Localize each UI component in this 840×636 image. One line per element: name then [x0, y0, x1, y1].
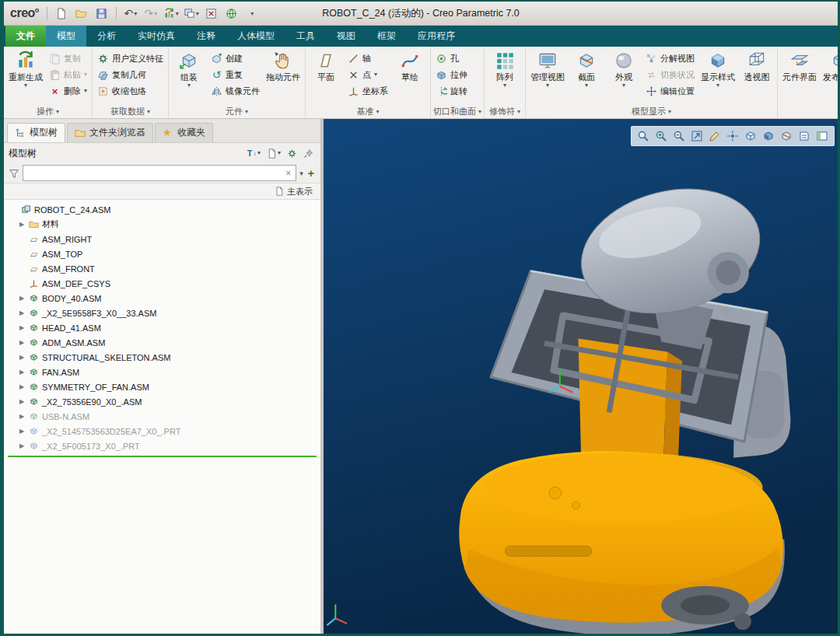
- tree-item-suppressed[interactable]: ▶USB-N.ASM: [4, 409, 320, 424]
- pattern-button[interactable]: 阵列 ▾: [487, 48, 523, 102]
- tree-filter-button[interactable]: T↓▾: [245, 147, 263, 159]
- exploded-view-button[interactable]: 分解视图: [643, 51, 697, 66]
- component-interface-button[interactable]: 元件界面: [780, 48, 819, 102]
- tab-folder-browser[interactable]: 文件夹浏览器: [67, 123, 153, 142]
- expand-arrow-icon[interactable]: ▶: [18, 324, 26, 331]
- display-style-toggle-button[interactable]: [761, 129, 775, 143]
- datum-point-button[interactable]: 点▾: [345, 67, 390, 82]
- zoom-window-button[interactable]: [636, 129, 650, 143]
- expand-arrow-icon[interactable]: ▶: [18, 339, 26, 346]
- insert-here-indicator[interactable]: [8, 456, 317, 457]
- regenerate-quick-button[interactable]: ▾: [162, 5, 180, 22]
- tab-model[interactable]: 模型: [46, 26, 86, 47]
- expand-arrow-icon[interactable]: ▶: [18, 221, 26, 228]
- section-button[interactable]: 截面 ▾: [569, 48, 604, 102]
- expand-arrow-icon[interactable]: ▶: [18, 383, 26, 390]
- switch-status-button[interactable]: 切换状况: [643, 67, 697, 82]
- group-label-operations[interactable]: 操作▾: [6, 105, 89, 118]
- expand-arrow-icon[interactable]: ▶: [18, 309, 26, 316]
- tab-manikin[interactable]: 人体模型: [226, 26, 285, 47]
- expand-arrow-icon[interactable]: ▶: [18, 428, 26, 435]
- open-button[interactable]: [72, 5, 91, 22]
- refit-button[interactable]: [690, 129, 704, 143]
- tab-favorites[interactable]: ★ 收藏夹: [155, 123, 213, 142]
- zoom-in-button[interactable]: [654, 129, 668, 143]
- group-label-component[interactable]: 元件▾: [171, 105, 303, 118]
- expand-arrow-icon[interactable]: ▶: [18, 354, 26, 361]
- extrude-button[interactable]: 拉伸: [433, 67, 470, 82]
- tree-item[interactable]: ▱ASM_FRONT: [4, 261, 320, 276]
- repaint-button[interactable]: [708, 129, 722, 143]
- tree-item[interactable]: ▶_X2_75356E90_X0_.ASM: [4, 394, 320, 409]
- manage-views-button[interactable]: 管理视图 ▾: [528, 48, 567, 102]
- clear-search-icon[interactable]: ×: [284, 168, 292, 179]
- tab-annotate[interactable]: 注释: [186, 26, 226, 47]
- tree-item[interactable]: ASM_DEF_CSYS: [4, 276, 320, 291]
- sketch-button[interactable]: 草绘: [392, 48, 428, 102]
- delete-button[interactable]: ×删除▾: [47, 83, 89, 99]
- save-button[interactable]: [93, 5, 111, 22]
- zoom-out-button[interactable]: [672, 129, 686, 143]
- tree-item[interactable]: ▶FAN.ASM: [4, 365, 320, 379]
- robot-3d-model[interactable]: [324, 119, 838, 634]
- create-component-button[interactable]: 创建: [208, 51, 262, 66]
- new-file-button[interactable]: [52, 5, 71, 22]
- tree-item[interactable]: ▶ADM_ASM.ASM: [4, 335, 320, 350]
- udf-button[interactable]: 用户定义特征: [95, 51, 166, 66]
- redo-button[interactable]: ↷▾: [142, 5, 160, 22]
- datum-csys-button[interactable]: 坐标系: [345, 83, 390, 99]
- graphics-viewport[interactable]: [324, 119, 838, 634]
- browser-button[interactable]: [222, 5, 241, 22]
- tree-item[interactable]: ▶材料: [4, 217, 320, 232]
- appearance-button[interactable]: 外观 ▾: [606, 48, 642, 102]
- repeat-button[interactable]: ↺重复: [208, 67, 262, 82]
- revolve-button[interactable]: 旋转: [433, 83, 470, 99]
- tab-file[interactable]: 文件: [5, 26, 46, 47]
- tab-analysis[interactable]: 分析: [86, 26, 127, 47]
- copy-geometry-button[interactable]: 复制几何: [95, 67, 166, 82]
- hole-button[interactable]: 孔: [433, 51, 470, 66]
- tree-item[interactable]: ▶BODY_40.ASM: [4, 291, 320, 306]
- tab-model-tree[interactable]: 模型树: [7, 123, 65, 142]
- add-filter-button[interactable]: +: [306, 167, 316, 180]
- group-label-cut-surface[interactable]: 切口和曲面▾: [433, 105, 481, 118]
- tree-search-input[interactable]: [26, 168, 284, 179]
- group-label-model-display[interactable]: 模型显示▾: [528, 105, 775, 118]
- paste-button[interactable]: 粘贴▾: [47, 67, 89, 82]
- tree-settings-button[interactable]: [285, 147, 299, 160]
- drag-components-button[interactable]: 拖动元件: [264, 48, 303, 102]
- spin-center-button[interactable]: [726, 129, 740, 143]
- customize-qat-button[interactable]: ▾: [243, 5, 261, 22]
- tree-item-suppressed[interactable]: ▶_X2_5F005173_X0_.PRT: [4, 439, 320, 453]
- expand-arrow-icon[interactable]: ▶: [18, 413, 26, 420]
- copy-button[interactable]: 复制: [47, 51, 89, 66]
- pin-panel-button[interactable]: [301, 147, 316, 160]
- assemble-button[interactable]: 组装 ▾: [171, 48, 207, 102]
- close-window-button[interactable]: [202, 5, 221, 22]
- graphics-toolbar-options-button[interactable]: [815, 129, 829, 143]
- saved-orientations-button[interactable]: [744, 129, 758, 143]
- mirror-component-button[interactable]: 镜像元件: [208, 83, 262, 99]
- tree-item[interactable]: ▶STRUCTURAL_SKELETON.ASM: [4, 350, 320, 365]
- expand-arrow-icon[interactable]: ▶: [18, 398, 26, 405]
- tree-item[interactable]: ▶_X2_5E9558F3_X0__33.ASM: [4, 306, 320, 320]
- tree-display-options-button[interactable]: ▾: [264, 147, 283, 160]
- datum-plane-button[interactable]: 平面: [308, 48, 344, 102]
- search-dropdown-caret[interactable]: ▾: [299, 169, 303, 177]
- shrinkwrap-button[interactable]: 收缩包络: [95, 83, 166, 99]
- expand-arrow-icon[interactable]: ▶: [18, 295, 26, 302]
- tree-item-root[interactable]: ROBOT_C_24.ASM: [4, 202, 320, 217]
- windows-button[interactable]: ▾: [182, 5, 201, 22]
- tree-item[interactable]: ▱ASM_TOP: [4, 246, 320, 261]
- tab-view[interactable]: 视图: [326, 26, 366, 47]
- display-style-button[interactable]: 显示样式 ▾: [698, 48, 737, 102]
- tree-item[interactable]: ▶HEAD_41.ASM: [4, 320, 320, 335]
- expand-arrow-icon[interactable]: ▶: [18, 369, 26, 376]
- tree-item-suppressed[interactable]: ▶_X2_5145753563D25EA7_X0_.PRT: [4, 424, 320, 439]
- tab-applications[interactable]: 应用程序: [407, 26, 466, 47]
- tree-item[interactable]: ▶SYMMETRY_OF_FAN.ASM: [4, 379, 320, 394]
- group-label-modifiers[interactable]: 修饰符▾: [487, 105, 523, 118]
- perspective-button[interactable]: 透视图: [739, 48, 775, 102]
- undo-button[interactable]: ↶▾: [121, 5, 140, 22]
- group-label-datum[interactable]: 基准▾: [308, 105, 428, 118]
